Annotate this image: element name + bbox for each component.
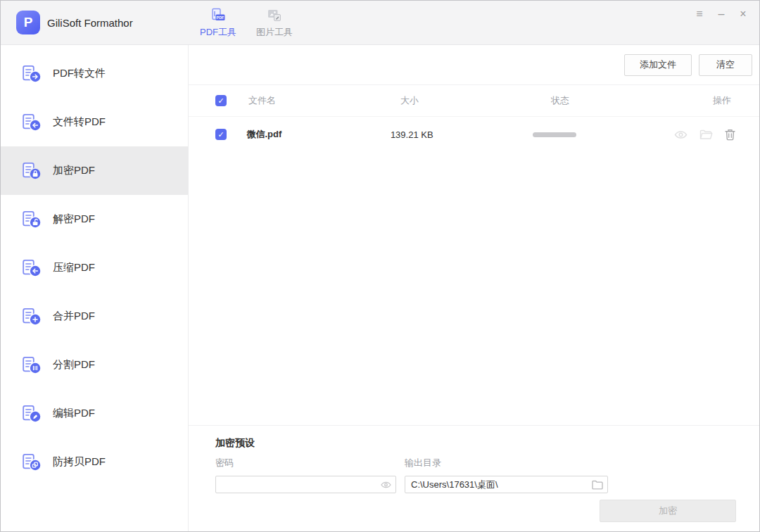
column-header-filename: 文件名 [248,94,400,107]
sidebar: PDF转文件文件转PDF加密PDF解密PDF压缩PDF合并PDF分割PDF编辑P… [1,45,189,531]
app-logo-icon: P [16,11,40,34]
doc-split-icon [22,355,42,375]
output-dir-label: 输出目录 [405,457,608,469]
doc-arrow-right-icon [22,64,42,84]
sidebar-item-decrypt-pdf[interactable]: 解密PDF [1,195,188,243]
sidebar-item-encrypt-pdf[interactable]: 加密PDF [1,146,188,195]
sidebar-item-split-pdf[interactable]: 分割PDF [1,341,188,389]
app-title: GiliSoft Formathor [47,17,133,29]
tab-image-tools[interactable]: 图片工具 [256,7,293,39]
column-header-actions: 操作 [700,94,759,107]
doc-lock-icon [22,161,42,181]
tab-pdf-tools[interactable]: PDF PDF工具 [200,7,236,39]
doc-plus-icon [22,307,42,327]
folder-icon[interactable] [592,480,603,489]
select-all-checkbox[interactable]: ✓ [215,95,227,106]
doc-copy-protect-icon [22,452,42,472]
column-header-status: 状态 [551,94,700,107]
file-size: 139.21 KB [391,129,533,140]
row-actions [674,129,759,141]
password-label: 密码 [215,457,396,469]
password-field: 密码 [215,457,396,493]
sidebar-item-label: 解密PDF [53,213,95,226]
image-tools-icon [266,7,283,24]
toolbar: 添加文件 清空 [189,45,759,85]
trash-icon[interactable] [725,129,735,141]
sidebar-item-label: 合并PDF [53,310,95,323]
row-checkbox[interactable]: ✓ [215,129,227,140]
close-button[interactable]: × [737,6,749,22]
sidebar-item-label: 分割PDF [53,358,95,372]
empty-area [189,152,759,425]
app-header: P GiliSoft Formathor PDF PDF工具 [1,1,759,45]
top-tabs: PDF PDF工具 图片工具 [200,7,293,39]
brand: P GiliSoft Formathor [16,11,133,34]
encrypt-preset-panel: 加密预设 密码 [189,425,759,531]
panel-title: 加密预设 [215,437,759,450]
sidebar-item-edit-pdf[interactable]: 编辑PDF [1,389,188,438]
tab-label: PDF工具 [200,26,236,39]
preview-eye-icon[interactable] [674,129,688,140]
sidebar-item-label: 加密PDF [53,164,95,177]
sidebar-item-label: 压缩PDF [53,261,95,274]
output-dir-field: 输出目录 [405,457,608,493]
app-body: PDF转文件文件转PDF加密PDF解密PDF压缩PDF合并PDF分割PDF编辑P… [1,45,759,531]
sidebar-item-compress-pdf[interactable]: 压缩PDF [1,243,188,292]
doc-arrow-left-icon [22,113,42,132]
table-row: ✓ 微信.pdf 139.21 KB [189,117,759,152]
pdf-tools-icon: PDF [210,7,227,24]
password-eye-icon[interactable] [381,481,391,489]
sidebar-item-pdf-to-file[interactable]: PDF转文件 [1,49,188,98]
panel-fields: 密码 输出目录 [215,457,759,493]
column-header-size: 大小 [400,94,551,107]
sidebar-item-label: 文件转PDF [53,115,106,129]
sidebar-item-copy-protect-pdf[interactable]: 防拷贝PDF [1,438,188,486]
add-files-button[interactable]: 添加文件 [624,54,692,76]
doc-edit-icon [22,404,42,424]
tab-label: 图片工具 [256,26,293,39]
panel-actions: 加密 [600,500,736,522]
menu-icon[interactable]: ≡ [693,6,706,22]
table-header: ✓ 文件名 大小 状态 操作 [189,85,759,117]
svg-text:PDF: PDF [217,15,224,20]
open-folder-icon[interactable] [699,129,713,140]
sidebar-item-label: 编辑PDF [53,407,95,420]
output-dir-input[interactable] [405,476,608,493]
sidebar-item-file-to-pdf[interactable]: 文件转PDF [1,98,188,146]
minimize-button[interactable]: – [715,6,728,22]
file-name: 微信.pdf [246,128,390,141]
sidebar-item-merge-pdf[interactable]: 合并PDF [1,292,188,341]
progress-bar [533,132,576,137]
doc-compress-icon [22,258,42,278]
password-input[interactable] [215,476,396,493]
app-window: P GiliSoft Formathor PDF PDF工具 [0,0,760,532]
window-controls: ≡ – × [693,6,749,22]
sidebar-item-label: PDF转文件 [53,67,106,80]
main-panel: 添加文件 清空 ✓ 文件名 大小 状态 操作 ✓ 微信.pdf 139.21 K… [189,45,759,531]
encrypt-button[interactable]: 加密 [600,500,736,522]
clear-button[interactable]: 清空 [699,54,752,76]
sidebar-item-label: 防拷贝PDF [53,455,106,469]
doc-unlock-icon [22,210,42,229]
